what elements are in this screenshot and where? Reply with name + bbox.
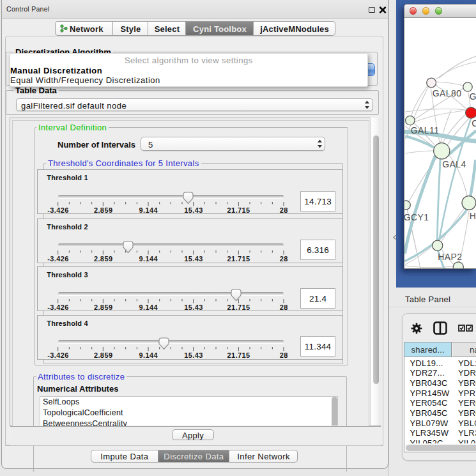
svg-text:C: C <box>472 118 476 128</box>
svg-text:GAL11: GAL11 <box>410 126 438 136</box>
svg-text:H: H <box>469 211 475 221</box>
svg-text:GCY1: GCY1 <box>404 212 429 222</box>
svg-text:G.: G. <box>469 92 475 102</box>
svg-text:GAL80: GAL80 <box>432 88 461 98</box>
svg-text:GAL4: GAL4 <box>442 159 466 169</box>
svg-text:HAP2: HAP2 <box>438 252 462 262</box>
